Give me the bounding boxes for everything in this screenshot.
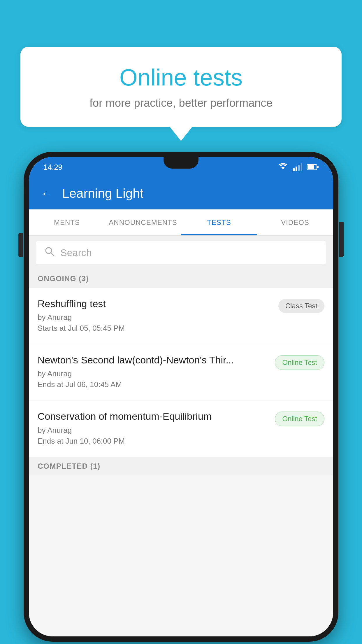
test-badge-0: Class Test (278, 299, 324, 313)
test-name-0: Reshuffling test (38, 297, 273, 310)
tabs-bar: MENTS ANNOUNCEMENTS TESTS VIDEOS (29, 209, 333, 236)
speech-bubble: Online tests for more practice, better p… (20, 47, 342, 127)
test-badge-1: Online Test (275, 355, 324, 370)
test-author-0: by Anurag (38, 313, 273, 322)
test-list: Reshuffling test by Anurag Starts at Jul… (29, 288, 333, 457)
phone-wrapper: 14:29 (23, 152, 339, 644)
battery-icon (307, 164, 319, 170)
svg-rect-7 (317, 166, 319, 168)
bubble-title: Online tests (44, 64, 318, 91)
test-info-1: Newton's Second law(contd)-Newton's Thir… (38, 354, 269, 391)
svg-rect-3 (298, 165, 300, 171)
svg-rect-1 (293, 168, 295, 171)
back-button[interactable]: ← (41, 186, 53, 201)
test-author-2: by Anurag (38, 426, 269, 435)
app-bar: ← Learning Light (29, 177, 333, 209)
test-badge-2: Online Test (275, 412, 324, 426)
phone-screen: 14:29 (29, 157, 333, 636)
svg-rect-2 (296, 167, 297, 171)
test-time-1: Ends at Jul 06, 10:45 AM (38, 380, 269, 389)
phone-frame: 14:29 (24, 152, 338, 642)
tab-ments[interactable]: MENTS (29, 209, 105, 235)
search-box[interactable]: Search (36, 241, 326, 264)
ongoing-section-header: ONGOING (3) (29, 270, 333, 288)
test-time-0: Starts at Jul 05, 05:45 PM (38, 324, 273, 333)
promo-section: Online tests for more practice, better p… (20, 47, 342, 127)
signal-icon (293, 163, 302, 171)
status-time: 14:29 (43, 163, 62, 172)
svg-marker-0 (281, 167, 285, 169)
search-icon (45, 246, 55, 259)
test-name-2: Conservation of momentum-Equilibrium (38, 410, 269, 423)
test-name-1: Newton's Second law(contd)-Newton's Thir… (38, 354, 269, 366)
svg-rect-6 (307, 165, 314, 169)
test-info-2: Conservation of momentum-Equilibrium by … (38, 410, 269, 447)
svg-line-9 (51, 253, 54, 256)
test-item-0[interactable]: Reshuffling test by Anurag Starts at Jul… (29, 288, 333, 344)
phone-notch (164, 157, 198, 169)
test-item-2[interactable]: Conservation of momentum-Equilibrium by … (29, 400, 333, 457)
search-placeholder: Search (60, 247, 92, 258)
test-time-2: Ends at Jun 10, 06:00 PM (38, 437, 269, 446)
tab-videos[interactable]: VIDEOS (257, 209, 333, 235)
app-title: Learning Light (62, 186, 143, 201)
status-icons (278, 163, 319, 171)
tab-announcements[interactable]: ANNOUNCEMENTS (105, 209, 181, 235)
wifi-icon (278, 163, 288, 171)
completed-section-header: COMPLETED (1) (29, 457, 333, 475)
bubble-subtitle: for more practice, better performance (44, 97, 318, 109)
svg-rect-4 (301, 163, 302, 171)
test-author-1: by Anurag (38, 369, 269, 378)
search-container: Search (29, 236, 333, 270)
tab-tests[interactable]: TESTS (181, 209, 257, 235)
test-info-0: Reshuffling test by Anurag Starts at Jul… (38, 297, 273, 335)
test-item-1[interactable]: Newton's Second law(contd)-Newton's Thir… (29, 344, 333, 400)
